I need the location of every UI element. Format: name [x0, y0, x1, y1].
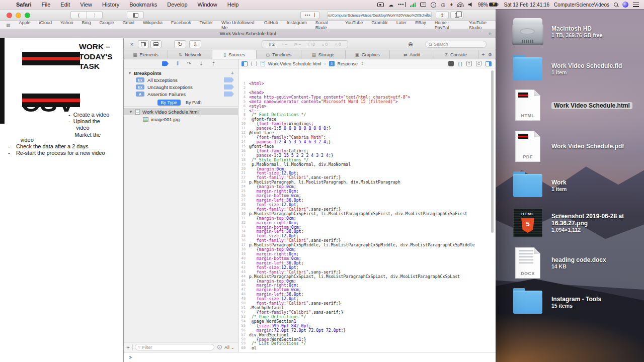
screen-record-icon[interactable] [377, 3, 384, 7]
pretty-print-icon[interactable] [448, 61, 454, 66]
source-scrollbar[interactable] [491, 70, 494, 233]
desktop-icon-folder[interactable]: Instagram - Tools15 items [511, 286, 643, 319]
by-type-segment[interactable]: By Type [157, 100, 181, 106]
wifi-icon[interactable] [457, 3, 464, 7]
type-token-icon[interactable]: T [466, 61, 472, 66]
zoom-window-button[interactable] [25, 13, 30, 18]
tab-storage[interactable]: ▤Storage [301, 50, 346, 59]
code-line[interactable]: 60 ol [238, 346, 496, 350]
notification-center-icon[interactable] [633, 3, 639, 7]
step-into-icon[interactable]: ⇣ [199, 61, 203, 66]
menu-history[interactable]: History [97, 2, 124, 8]
displays-icon[interactable] [420, 3, 426, 7]
desktop-icon-pdf[interactable]: PDFWork Video Schedule.pdf [511, 130, 643, 163]
favorite-item[interactable]: Gramblr [371, 20, 388, 30]
favorite-item[interactable]: YouTube [345, 20, 363, 30]
settings-gear-icon[interactable]: ⚙ [488, 52, 493, 57]
tab-overview-button[interactable] [450, 11, 463, 19]
favorite-item[interactable]: Social Blade [315, 20, 337, 30]
volume-icon[interactable] [468, 3, 473, 7]
filter-field[interactable]: ▽ Filter [135, 344, 214, 350]
favorite-item[interactable]: Later [396, 20, 407, 30]
tab-timelines[interactable]: ◷Timelines [257, 50, 301, 59]
disclosure-triangle-icon[interactable]: ▼ [128, 71, 132, 75]
breakpoint-toggle-icon[interactable] [224, 84, 234, 89]
source-code-editor[interactable]: 1<html>23<head>4<meta http-equiv=Content… [238, 68, 496, 352]
console-infos[interactable]: ◒0 [321, 42, 328, 47]
desktop-icon-label[interactable]: Instagram - Tools [551, 296, 601, 303]
breakpoints-header[interactable]: ▼ Breakpoints + [124, 69, 238, 76]
desktop-icon-label[interactable]: Work Video Schedule.pdf [551, 143, 624, 150]
code-line[interactable]: 11 panose-1:5 0 0 0 0 0 0 0 0 0;} [238, 126, 496, 131]
resource-row-html[interactable]: ▼ Work Video Schedule.html [124, 108, 238, 115]
menu-develop[interactable]: Develop [162, 2, 192, 8]
desktop-icon-screenshot[interactable]: HTML5Screenshot 2019-06-28 at 16.36.27.p… [511, 206, 643, 239]
code-line[interactable]: 59 /* List Definitions */ [238, 341, 496, 346]
favorite-item[interactable]: Who Unfollowed Me [221, 20, 256, 30]
detach-inspector-button[interactable] [138, 40, 149, 48]
favorite-item[interactable]: YouTube Studio [469, 20, 496, 30]
breakpoint-toggle-icon[interactable] [224, 77, 234, 82]
desktop-icon-label[interactable]: Work [551, 179, 567, 186]
cloud-icon[interactable]: ☁ [388, 2, 393, 8]
breakpoint-row[interactable]: ExAll Exceptions [124, 76, 238, 83]
favorite-item[interactable]: iCloud [39, 20, 52, 30]
memory-usage[interactable]: ◔– [281, 42, 287, 47]
breadcrumb-file[interactable]: Work Video Schedule.html [268, 61, 321, 66]
menu-file[interactable]: File [37, 2, 56, 8]
toggle-sidebar-icon[interactable] [242, 61, 248, 66]
reload-icon[interactable]: ↻ [426, 13, 430, 18]
code-line[interactable]: 6<style> [238, 104, 496, 109]
element-picker-button[interactable]: ⊕ [406, 40, 416, 48]
favorite-item[interactable]: Twitter [200, 20, 213, 30]
step-out-icon[interactable]: ⇡ [211, 61, 215, 66]
menu-bookmarks[interactable]: Bookmarks [124, 2, 162, 8]
desktop-icon-folder[interactable]: Work Video Schedule.fld1 item [511, 52, 643, 85]
resource-row-image[interactable]: image001.jpg [124, 116, 238, 123]
back-icon[interactable]: ⟨ [251, 61, 253, 66]
filter-info-icon[interactable]: i [217, 345, 222, 349]
download-page-button[interactable]: ⇩ [189, 40, 201, 48]
add-breakpoint-button[interactable]: + [231, 70, 234, 76]
disclosure-triangle-icon[interactable]: ▼ [129, 110, 133, 114]
menu-edit[interactable]: Edit [55, 2, 75, 8]
favorite-item[interactable]: Instagram [287, 20, 307, 30]
tab-elements[interactable]: ▦Elements [124, 50, 168, 59]
favorite-item[interactable]: GitHub [264, 20, 278, 30]
console-warnings[interactable]: △0 [334, 42, 341, 47]
tab-network[interactable]: ⇅Network [168, 50, 212, 59]
back-button[interactable]: ⟨ [70, 11, 87, 19]
close-window-button[interactable] [7, 13, 12, 18]
more-status-icon[interactable]: ••• [398, 2, 406, 7]
tab-audit[interactable]: ⇄Audit [390, 50, 434, 59]
new-tab-button[interactable]: + [489, 31, 492, 37]
favorite-item[interactable]: Bing [82, 20, 91, 30]
backup-up-arrow-icon[interactable]: ↑ [431, 2, 436, 8]
signal-bars-icon[interactable] [410, 3, 416, 7]
braces-icon[interactable]: { } [458, 61, 462, 66]
coverage-icon[interactable]: C [476, 61, 481, 66]
step-over-icon[interactable]: ↷ [187, 61, 191, 66]
code-line[interactable]: 5<meta name=Generator content="Microsoft… [238, 100, 496, 104]
add-resource-button[interactable]: + [124, 344, 133, 350]
code-line[interactable]: 8 /* Font Definitions */ [238, 113, 496, 117]
menu-view[interactable]: View [75, 2, 97, 8]
inspector-search-field[interactable]: Search [425, 41, 487, 48]
reload-page-button[interactable]: ↻ [174, 40, 186, 48]
resources-count[interactable]: ▯2 [269, 42, 274, 47]
address-bar[interactable]: file:///Users/ComputerScienceVideos/Desk… [327, 11, 432, 19]
favorite-item[interactable]: Apple [19, 20, 31, 30]
desktop-icon-label[interactable]: Macintosh HD [551, 25, 603, 32]
code-line[interactable]: 14 panose-1:2 4 5 3 5 4 6 3 2 4;} [238, 140, 496, 144]
forward-icon[interactable]: ⟩ [256, 61, 258, 66]
by-path-segment[interactable]: By Path [183, 100, 205, 106]
menu-window[interactable]: Window [193, 2, 222, 8]
desktop-icon-drive[interactable]: Macintosh HD1 TB, 369.76 GB free [511, 15, 643, 48]
breadcrumb-response[interactable]: Response [338, 61, 358, 66]
desktop-icon-folder[interactable]: Work1 item [511, 169, 643, 202]
favorite-item[interactable]: Home - PayPal [435, 20, 460, 30]
desktop-icon-label[interactable]: Work Video Schedule.html [551, 102, 632, 109]
siri-icon[interactable] [622, 2, 628, 8]
timeline-recording[interactable]: ◷– [294, 42, 301, 47]
desktop-icon-label[interactable]: Work Video Schedule.fld [551, 62, 622, 69]
